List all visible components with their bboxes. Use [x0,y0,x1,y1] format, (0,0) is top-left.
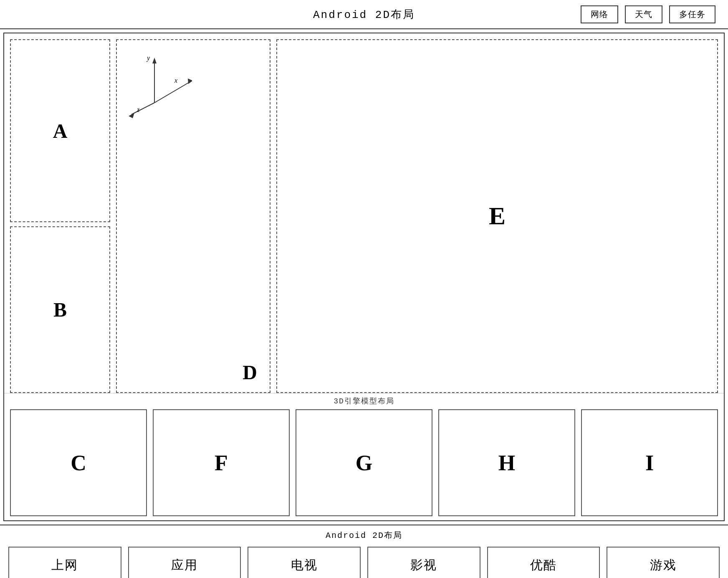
x-axis-label: x [174,77,177,84]
bottom-panels-row: C F G H I [4,408,724,520]
panel-i: I [581,409,718,516]
panel-g: G [296,409,432,516]
top-section: A B [4,33,724,393]
page-title: Android 2D布局 [313,7,415,22]
tv-button[interactable]: 电视 [248,547,361,578]
left-column: A B [10,39,110,393]
apps-button[interactable]: 应用 [128,547,241,578]
video-button[interactable]: 影视 [367,547,480,578]
weather-button[interactable]: 天气 [625,5,662,23]
y-axis-label: y [147,54,150,62]
right-column: E [276,39,718,393]
panel-c: C [10,409,147,516]
separator-3d-label: 3D引擎模型布局 [4,393,724,408]
footer-title: Android 2D布局 [8,530,720,541]
panel-d: y x z D [116,39,270,393]
bottom-section: Android 2D布局 上网 应用 电视 影视 优酷 游戏 [0,525,728,578]
panel-b: B [10,226,110,393]
svg-marker-5 [129,113,134,118]
network-button[interactable]: 网络 [581,5,618,23]
panel-e: E [276,39,718,393]
multitask-button[interactable]: 多任务 [669,5,715,23]
top-bar: Android 2D布局 网络 天气 多任务 [0,0,728,29]
panel-h: H [438,409,575,516]
games-button[interactable]: 游戏 [607,547,720,578]
middle-column: y x z D [116,39,270,393]
axis-svg [125,53,192,119]
footer-buttons: 上网 应用 电视 影视 优酷 游戏 [8,547,720,578]
top-bar-buttons: 网络 天气 多任务 [581,5,715,23]
panel-d-label: D [243,361,257,384]
svg-marker-3 [188,79,192,84]
z-axis-label: z [137,106,139,114]
youku-button[interactable]: 优酷 [487,547,600,578]
svg-marker-1 [152,58,157,63]
main-area: A B [3,33,725,521]
panel-a: A [10,39,110,222]
svg-line-2 [154,82,190,103]
internet-button[interactable]: 上网 [8,547,121,578]
panel-f: F [153,409,290,516]
svg-line-4 [131,103,154,114]
axis-diagram: y x z [125,53,192,119]
